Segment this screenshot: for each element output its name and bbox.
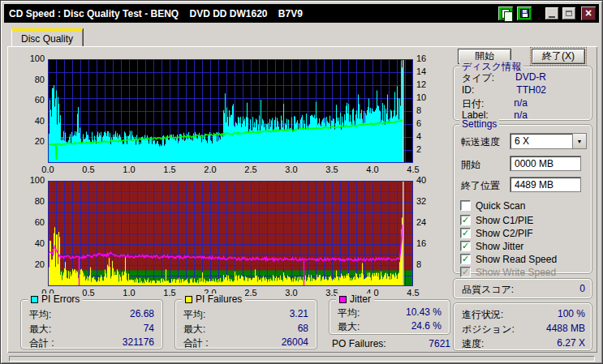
stat-label: 最大:	[183, 323, 205, 336]
floppy-disk-icon	[520, 9, 529, 18]
y-axis-tick: 40	[15, 116, 45, 126]
y2-axis-tick: 16	[416, 54, 426, 63]
progress-label: 進行状況:	[462, 308, 503, 322]
speed-select[interactable]: 6 X ▼	[510, 133, 587, 149]
stat-value: 26.68	[130, 308, 154, 322]
po-failures-label: PO Failures:	[332, 338, 386, 349]
pi-errors-header: PI Errors	[28, 293, 83, 305]
start-pos-label: 開始	[461, 158, 480, 172]
close-button[interactable]: ×	[580, 6, 597, 21]
y2-axis-tick: 6	[416, 118, 421, 128]
chart-plot-pi-failures-and-jitter	[48, 181, 413, 286]
stat-label: 最大:	[338, 320, 360, 334]
app-window: CD Speed : Disc Quality Test - BENQ DVD …	[0, 0, 603, 364]
quality-score-label: 品質スコア:	[462, 283, 514, 297]
y2-axis-tick: 24	[416, 217, 426, 227]
stat-label: 合計 :	[183, 336, 209, 350]
clipboard-icon	[502, 9, 510, 19]
speed-value: 6 X	[510, 134, 572, 148]
y-axis-tick: 80	[15, 196, 45, 206]
maximize-button[interactable]	[562, 6, 576, 20]
y-axis-tick: 100	[15, 175, 45, 185]
po-failures-value: 7621	[429, 338, 450, 349]
restore-icon	[566, 11, 572, 16]
y2-axis-tick: 32	[416, 196, 426, 206]
checkbox-quick-scan[interactable]: Quick Scan	[460, 199, 525, 212]
pi-errors-title: PI Errors	[41, 293, 80, 305]
pi-failures-panel: PI Failures 平均:3.21 最大:68 合計 :26004	[174, 299, 317, 349]
start-position-input[interactable]	[510, 156, 581, 171]
checkmark-icon: ✓	[460, 228, 471, 238]
disc-info-label: タイプ:	[462, 71, 494, 85]
stat-label: 合計 :	[29, 336, 54, 350]
stat-value: 74	[144, 323, 154, 336]
pi-failures-title: PI Failures	[196, 293, 242, 305]
x-axis-tick: 0.5	[82, 165, 94, 174]
checkbox-label: Show Write Speed	[476, 267, 556, 278]
disc-info-value: TTH02	[516, 84, 546, 96]
settings-title: Settings	[459, 118, 499, 130]
checkbox-label: Show Jitter	[476, 241, 523, 252]
stat-value: 24.6 %	[411, 320, 441, 334]
end-pos-label: 終了位置	[461, 179, 500, 193]
po-failures-row: PO Failures: 7621	[332, 338, 450, 349]
stat-label: 平均:	[29, 308, 51, 322]
stat-value: 68	[298, 323, 308, 336]
copy-to-clipboard-button[interactable]	[497, 6, 514, 21]
y2-axis-tick: 8	[416, 105, 421, 115]
x-axis-tick: 4.5	[407, 288, 419, 298]
y-axis-tick: 20	[15, 136, 45, 146]
chart-plot-pi-errors-and-read-speed	[48, 59, 413, 163]
quality-chart-top: 100806040201614121086420.00.51.01.52.02.…	[15, 56, 437, 178]
speed-readout-value: 6.27 X	[557, 337, 585, 351]
stat-value: 3.21	[290, 308, 308, 322]
x-axis-tick: 1.0	[123, 288, 135, 298]
chevron-down-icon[interactable]: ▼	[572, 134, 586, 148]
progress-value: 100 %	[558, 308, 585, 322]
empty-checkbox	[460, 200, 471, 211]
x-axis-tick: 1.5	[163, 288, 175, 298]
checkbox-show-write-speed: ✓Show Write Speed	[460, 266, 556, 278]
tab-disc-quality[interactable]: Disc Quality	[11, 28, 83, 47]
pi-errors-panel: PI Errors 平均:26.68 最大:74 合計 :321176	[20, 299, 163, 349]
checkbox-show-jitter[interactable]: ✓Show Jitter	[460, 240, 523, 252]
titlebar[interactable]: CD Speed : Disc Quality Test - BENQ DVD …	[4, 4, 599, 23]
x-axis-tick: 3.0	[285, 165, 297, 174]
disc-info-group: ディスク情報 タイプ:DVD-R ID:TTH02 日付:n/a Label:n…	[453, 66, 592, 121]
minimize-button[interactable]	[545, 6, 559, 20]
checkbox-label: Quick Scan	[476, 200, 525, 212]
jitter-header: Jitter	[336, 293, 374, 305]
checkbox-show-c2-pif[interactable]: ✓Show C2/PIF	[460, 227, 533, 239]
checkmark-icon: ✓	[460, 215, 471, 225]
exit-button[interactable]: 終了(X)	[532, 49, 585, 64]
stat-label: 平均:	[183, 308, 205, 322]
y2-axis-tick: 8	[416, 259, 421, 269]
stat-label: 平均:	[338, 306, 360, 320]
x-axis-tick: 0.5	[82, 288, 94, 298]
x-axis-tick: 4.0	[366, 165, 378, 174]
speed-label: 転送速度	[461, 135, 500, 149]
quality-score-group: 品質スコア:0	[453, 278, 592, 299]
checkbox-show-c1-pie[interactable]: ✓Show C1/PIE	[460, 214, 533, 226]
tab-label: Disc Quality	[21, 33, 73, 45]
x-axis-tick: 3.5	[325, 165, 338, 174]
x-axis-tick: 1.0	[123, 165, 135, 174]
stat-value: 10.43 %	[406, 306, 441, 320]
checkmark-icon: ✓	[460, 267, 471, 277]
quality-chart-bottom: 100806040204032241680.00.51.01.52.02.53.…	[15, 178, 437, 299]
main-panel: 100806040201614121086420.00.51.01.52.02.…	[7, 46, 597, 353]
status-bar	[9, 356, 595, 362]
checkbox-label: Show C1/PIE	[476, 215, 533, 226]
save-button[interactable]	[516, 6, 532, 21]
stat-value: 321176	[123, 336, 154, 350]
end-position-input[interactable]	[510, 177, 581, 192]
pi-failures-header: PI Failures	[182, 293, 245, 305]
pi-failures-swatch-icon	[185, 296, 192, 303]
titlebar-buttons: ×	[497, 6, 599, 21]
y-axis-tick: 100	[15, 54, 45, 63]
y-axis-tick: 40	[15, 238, 45, 248]
y-axis-tick: 80	[15, 75, 45, 84]
x-axis-tick: 0.0	[41, 165, 54, 174]
checkbox-show-read-speed[interactable]: ✓Show Read Speed	[460, 253, 557, 265]
stat-label: 最大:	[29, 323, 51, 336]
